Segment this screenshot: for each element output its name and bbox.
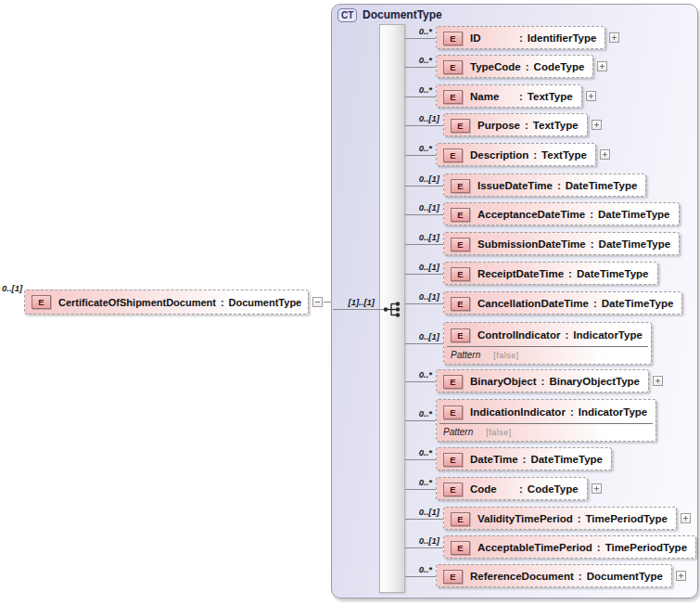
cardinality-label: 0..[1] — [405, 202, 439, 213]
connector-line — [405, 489, 436, 490]
element-box[interactable]: E DateTime : DateTimeType — [436, 447, 612, 470]
expand-icon[interactable] — [592, 120, 602, 130]
type-separator: : — [519, 32, 523, 44]
element-type: DateTimeType — [530, 454, 603, 465]
element-icon: E — [443, 148, 463, 162]
element-type: TimePeriodType — [586, 513, 668, 524]
element-box[interactable]: E Name : TextType — [436, 84, 582, 108]
collapse-icon[interactable] — [312, 297, 323, 307]
cardinality-label: 0..* — [405, 55, 432, 66]
cardinality-label: 0..* — [405, 143, 432, 154]
element-icon: E — [451, 267, 470, 281]
element-box[interactable]: E AcceptableTimePeriod : TimePeriodType — [443, 535, 696, 559]
facet-value: [false] — [493, 351, 519, 360]
element-box[interactable]: E ValidityTimePeriod : TimePeriodType — [443, 507, 677, 530]
expand-icon[interactable] — [681, 513, 691, 523]
element-type: BinaryObjectType — [549, 376, 640, 387]
cardinality-label: 0..* — [405, 84, 432, 96]
connector-line — [333, 309, 386, 310]
expand-icon[interactable] — [586, 91, 596, 101]
connector-line — [405, 38, 436, 39]
complex-type-badge: CT — [337, 8, 357, 22]
element-name: CancellationDateTime — [477, 298, 589, 309]
cardinality-label: 0..[1] — [405, 174, 439, 185]
element-type: IndicatorType — [579, 406, 648, 418]
element-box[interactable]: E CancellationDateTime : DateTimeType — [443, 291, 682, 315]
cardinality-label: 0..* — [405, 26, 432, 37]
type-separator: : — [523, 454, 527, 465]
element-type: TextType — [528, 91, 573, 102]
element-box[interactable]: E AcceptanceDateTime : DateTimeType — [443, 202, 680, 225]
cardinality-label: 0..* — [405, 369, 432, 380]
element-icon: E — [443, 453, 463, 467]
expand-icon[interactable] — [600, 149, 610, 160]
cardinality-label: 0..[1] — [405, 535, 439, 547]
xsd-diagram-canvas: 0..[1] E CertificateOfShipmentDocument :… — [0, 0, 700, 605]
element-name: SubmissionDateTime — [477, 238, 586, 250]
element-name: DateTime — [470, 454, 518, 465]
type-separator: : — [578, 513, 581, 524]
cardinality-label: 0..* — [405, 477, 432, 488]
element-name: Code — [470, 483, 515, 495]
element-type: IndicatorType — [573, 329, 643, 341]
element-box[interactable]: E ID : IdentifierType — [436, 26, 605, 49]
sequence-compositor-icon — [383, 301, 403, 318]
expand-icon[interactable] — [653, 376, 663, 386]
connector-line — [405, 67, 436, 68]
type-separator: : — [579, 571, 582, 582]
root-element-box[interactable]: E CertificateOfShipmentDocument : Docume… — [24, 290, 309, 315]
element-box[interactable]: E TypeCode : CodeType — [436, 55, 593, 78]
cardinality-label: 0..[1] — [405, 331, 439, 342]
connector-line — [405, 547, 443, 548]
element-type: DateTimeType — [566, 180, 638, 191]
element-icon: E — [451, 179, 470, 193]
element-box[interactable]: E IndicationIndicator : IndicatorType Pa… — [436, 399, 656, 442]
cardinality-label: 0..[1] — [405, 262, 439, 273]
element-box[interactable]: E SubmissionDateTime : DateTimeType — [443, 232, 680, 255]
element-type: DocumentType — [587, 571, 663, 582]
element-name: TypeCode — [470, 61, 521, 72]
cardinality-label: 0..[1] — [405, 291, 439, 302]
type-separator: : — [525, 120, 528, 131]
element-box[interactable]: E BinaryObject : BinaryObjectType — [436, 369, 649, 393]
element-box[interactable]: E Description : TextType — [436, 143, 596, 166]
element-icon: E — [443, 60, 463, 74]
element-box[interactable]: E ControlIndicator : IndicatorType Patte… — [443, 322, 652, 365]
cardinality-label: 0..[1] — [405, 113, 439, 124]
type-separator: : — [519, 91, 523, 102]
expand-icon[interactable] — [609, 32, 619, 43]
connector-line — [405, 97, 436, 97]
element-name: ControlIndicator — [477, 329, 560, 341]
element-box[interactable]: E Code : CodeType — [436, 477, 588, 500]
expand-icon[interactable] — [592, 483, 602, 494]
element-icon: E — [451, 208, 470, 222]
element-icon: E — [443, 405, 463, 419]
type-separator: : — [590, 209, 593, 220]
type-separator: : — [568, 268, 572, 279]
element-box[interactable]: E ReferenceDocument : DocumentType — [436, 564, 672, 587]
type-separator: : — [526, 61, 529, 72]
element-icon: E — [443, 90, 463, 104]
cardinality-label: 0..[1] — [405, 507, 439, 518]
connector-line — [405, 186, 443, 187]
element-box[interactable]: E ReceiptDateTime : DateTimeType — [443, 262, 658, 285]
connector-line — [405, 125, 443, 126]
root-element-type: DocumentType — [229, 297, 302, 308]
element-icon: E — [451, 297, 470, 311]
element-type: DateTimeType — [577, 268, 649, 279]
facet-label: Pattern — [443, 427, 473, 437]
type-separator: : — [221, 297, 224, 308]
expand-icon[interactable] — [676, 571, 686, 581]
element-type: IdentifierType — [528, 32, 597, 44]
element-name: AcceptanceDateTime — [477, 209, 585, 220]
connector-line — [405, 274, 443, 275]
element-box[interactable]: E Purpose : TextType — [443, 113, 588, 136]
element-name: ValidityTimePeriod — [477, 513, 573, 524]
type-separator: : — [519, 483, 523, 495]
expand-icon[interactable] — [597, 61, 607, 71]
element-box[interactable]: E IssueDateTime : DateTimeType — [443, 174, 646, 197]
connector-line — [405, 155, 436, 156]
cardinality-label: 0..* — [405, 408, 432, 419]
element-icon: E — [32, 295, 51, 309]
element-type: TextType — [533, 120, 579, 131]
